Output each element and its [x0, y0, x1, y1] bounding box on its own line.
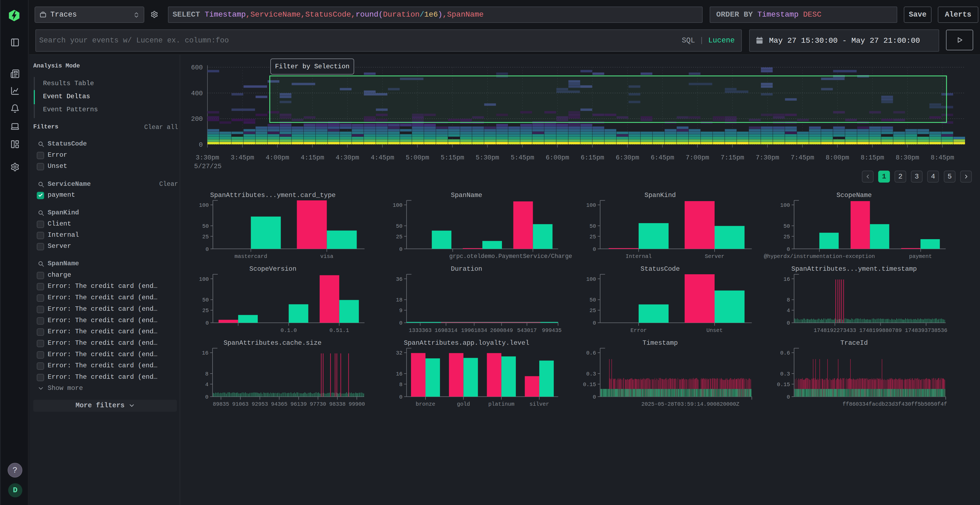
- svg-text:mastercard: mastercard: [234, 253, 267, 260]
- svg-text:Unset: Unset: [706, 327, 723, 333]
- svg-text:Internal: Internal: [625, 253, 652, 260]
- svg-text:100: 100: [393, 202, 402, 208]
- svg-text:3:30pm: 3:30pm: [196, 154, 219, 161]
- svg-text:grpc.oteldemo.PaymentService/C: grpc.oteldemo.PaymentService/Charge: [449, 253, 572, 260]
- svg-text:0.15: 0.15: [583, 381, 596, 388]
- svg-text:0: 0: [787, 320, 790, 326]
- svg-text:ScopeName: ScopeName: [837, 192, 872, 199]
- svg-text:ScopeVersion: ScopeVersion: [249, 265, 296, 273]
- svg-text:543017: 543017: [517, 327, 537, 333]
- svg-text:100: 100: [780, 202, 790, 208]
- svg-text:96139: 96139: [290, 401, 307, 407]
- svg-text:6:45pm: 6:45pm: [651, 154, 674, 161]
- svg-text:100: 100: [586, 276, 596, 283]
- svg-text:16: 16: [202, 350, 208, 356]
- svg-text:25: 25: [202, 308, 209, 314]
- svg-text:6:15pm: 6:15pm: [581, 154, 604, 161]
- svg-text:3:45pm: 3:45pm: [231, 154, 254, 161]
- svg-text:0: 0: [205, 394, 208, 400]
- svg-text:SpanKind: SpanKind: [644, 192, 676, 199]
- svg-text:4: 4: [205, 381, 208, 388]
- svg-text:50: 50: [783, 223, 790, 229]
- svg-text:1748393738536: 1748393738536: [905, 327, 947, 333]
- svg-text:50: 50: [590, 297, 596, 303]
- svg-text:16: 16: [396, 371, 402, 377]
- svg-text:200: 200: [191, 115, 203, 123]
- svg-text:0: 0: [787, 246, 790, 252]
- svg-text:2025-05-28T03:59:14.900820000Z: 2025-05-28T03:59:14.900820000Z: [641, 401, 739, 407]
- svg-text:SpanAttributes.cache.size: SpanAttributes.cache.size: [223, 339, 321, 347]
- svg-text:4:30pm: 4:30pm: [336, 154, 359, 161]
- svg-text:5/27/25: 5/27/25: [194, 163, 221, 170]
- svg-text:5:15pm: 5:15pm: [441, 154, 464, 161]
- svg-text:0.3: 0.3: [586, 371, 596, 377]
- svg-text:9: 9: [399, 308, 402, 314]
- svg-text:19961834: 19961834: [461, 327, 487, 333]
- svg-text:25: 25: [783, 234, 790, 240]
- svg-text:5:00pm: 5:00pm: [406, 154, 429, 161]
- svg-text:1698314: 1698314: [434, 327, 457, 333]
- svg-text:SpanAttributes...yment.card_ty: SpanAttributes...yment.card_type: [210, 192, 336, 199]
- svg-text:0: 0: [199, 141, 203, 149]
- svg-text:0: 0: [593, 394, 596, 400]
- svg-text:7:15pm: 7:15pm: [721, 154, 744, 161]
- svg-text:8: 8: [205, 371, 208, 377]
- svg-text:50: 50: [590, 223, 596, 229]
- svg-text:7:00pm: 7:00pm: [686, 154, 709, 161]
- svg-text:0: 0: [205, 246, 209, 252]
- svg-text:50: 50: [202, 297, 209, 303]
- svg-text:0.51.1: 0.51.1: [329, 327, 349, 333]
- svg-text:97730: 97730: [310, 401, 326, 407]
- svg-text:4: 4: [787, 308, 790, 314]
- svg-text:8:15pm: 8:15pm: [861, 154, 884, 161]
- svg-text:600: 600: [191, 64, 203, 71]
- svg-text:50: 50: [396, 223, 402, 229]
- svg-text:gold: gold: [457, 401, 470, 407]
- svg-text:0.6: 0.6: [780, 350, 790, 356]
- svg-text:0: 0: [593, 320, 596, 326]
- svg-text:8:45pm: 8:45pm: [931, 154, 954, 161]
- svg-text:4:45pm: 4:45pm: [371, 154, 394, 161]
- svg-text:100: 100: [586, 202, 596, 208]
- svg-text:25: 25: [590, 308, 596, 314]
- svg-text:StatusCode: StatusCode: [641, 265, 680, 273]
- svg-text:7:45pm: 7:45pm: [791, 154, 814, 161]
- svg-text:ff860334facdb23d3f430ff5b5050f: ff860334facdb23d3f430ff5b5050f4f: [843, 401, 947, 407]
- svg-text:25: 25: [202, 234, 209, 240]
- svg-text:0.15: 0.15: [777, 381, 790, 388]
- svg-text:100: 100: [199, 202, 209, 208]
- svg-text:36: 36: [396, 276, 402, 283]
- svg-text:4:15pm: 4:15pm: [301, 154, 324, 161]
- svg-text:1748192273433: 1748192273433: [814, 327, 856, 333]
- svg-text:50: 50: [202, 223, 209, 229]
- svg-text:18: 18: [396, 297, 402, 303]
- svg-text:0: 0: [787, 394, 790, 400]
- svg-text:94365: 94365: [271, 401, 288, 407]
- svg-text:6:00pm: 6:00pm: [546, 154, 569, 161]
- svg-text:99900: 99900: [349, 401, 365, 407]
- svg-text:16: 16: [783, 276, 790, 283]
- svg-text:bronze: bronze: [416, 401, 435, 407]
- svg-text:25: 25: [396, 234, 402, 240]
- svg-text:98338: 98338: [329, 401, 345, 407]
- svg-text:91063: 91063: [232, 401, 248, 407]
- svg-text:2600849: 2600849: [490, 327, 513, 333]
- svg-text:89835: 89835: [213, 401, 229, 407]
- svg-text:5:30pm: 5:30pm: [476, 154, 499, 161]
- svg-text:TraceId: TraceId: [840, 339, 868, 347]
- svg-text:visa: visa: [320, 253, 333, 260]
- svg-text:8: 8: [787, 297, 790, 303]
- svg-text:5:45pm: 5:45pm: [511, 154, 534, 161]
- svg-text:Server: Server: [705, 253, 724, 260]
- svg-text:7:30pm: 7:30pm: [756, 154, 779, 161]
- svg-text:999435: 999435: [542, 327, 562, 333]
- svg-text:0: 0: [399, 246, 402, 252]
- svg-text:6:30pm: 6:30pm: [616, 154, 639, 161]
- svg-text:4:00pm: 4:00pm: [266, 154, 289, 161]
- svg-text:SpanAttributes...yment.timesta: SpanAttributes...yment.timestamp: [791, 265, 917, 273]
- svg-text:platinum: platinum: [488, 401, 514, 407]
- svg-text:SpanAttributes.app.loyalty.lev: SpanAttributes.app.loyalty.level: [404, 339, 529, 347]
- svg-text:0.6: 0.6: [586, 350, 596, 356]
- svg-text:1333363: 1333363: [409, 327, 432, 333]
- svg-text:payment: payment: [909, 253, 932, 260]
